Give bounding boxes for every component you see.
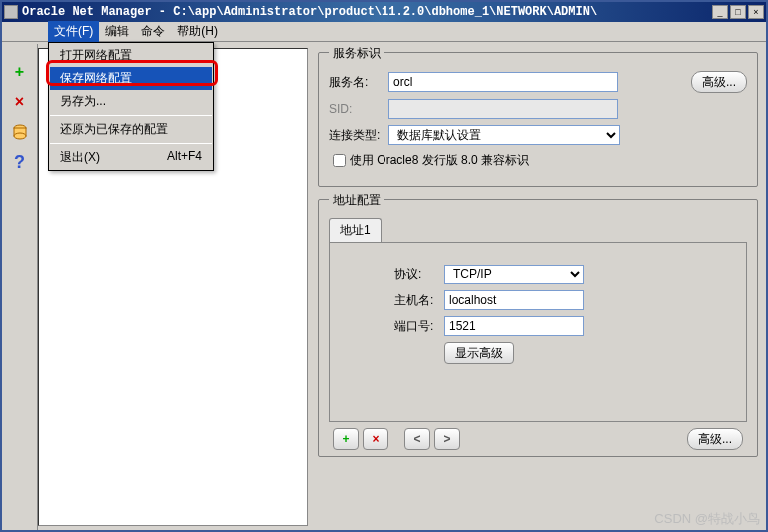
address-config-group: 地址配置 地址1 协议: TCP/IP 主机名: 端口号: [318,199,758,457]
svg-point-2 [14,133,26,139]
watermark: CSDN @特战小鸟 [654,510,760,528]
window-title: Oracle Net Manager - C:\app\Administrato… [22,5,712,19]
address-advanced-button[interactable]: 高级... [687,428,743,450]
service-name-input[interactable] [388,72,618,92]
tab-address1[interactable]: 地址1 [329,218,382,242]
conn-type-select[interactable]: 数据库默认设置 [388,125,620,145]
sid-label: SID: [329,102,388,116]
port-input[interactable] [444,316,584,336]
db-icon[interactable] [10,122,30,142]
add-address-icon[interactable]: + [333,428,359,450]
close-button[interactable]: × [748,5,764,19]
left-toolbar: + × ? [2,44,38,530]
minimize-button[interactable]: _ [712,5,728,19]
port-label: 端口号: [394,318,444,335]
address-tab-body: 协议: TCP/IP 主机名: 端口号: 显示高级 [329,243,747,422]
menuitem-open-config[interactable]: 打开网络配置 [50,44,212,67]
menu-separator [50,143,212,144]
titlebar: Oracle Net Manager - C:\app\Administrato… [2,2,766,22]
remove-address-icon[interactable]: × [363,428,388,450]
conn-type-label: 连接类型: [329,127,388,144]
oracle8-compat-checkbox[interactable] [333,154,346,167]
address-tabs: 地址1 [329,218,747,243]
menu-file[interactable]: 文件(F) [48,21,99,42]
show-advanced-button[interactable]: 显示高级 [444,342,514,364]
sid-input [388,99,618,119]
detail-pane: 服务标识 服务名: 高级... SID: 连接类型: 数据库默认设置 [312,44,766,530]
host-input[interactable] [444,290,584,310]
file-menu-dropdown: 打开网络配置 保存网络配置 另存为... 还原为已保存的配置 退出(X)Alt+… [48,42,214,171]
maximize-button[interactable]: □ [730,5,746,19]
host-label: 主机名: [394,292,444,309]
app-icon [4,5,18,19]
oracle8-compat-label: 使用 Oracle8 发行版 8.0 兼容标识 [350,152,529,169]
menuitem-revert[interactable]: 还原为已保存的配置 [50,118,212,141]
menu-help[interactable]: 帮助(H) [171,21,224,42]
menubar: 文件(F) 编辑 命令 帮助(H) [2,22,766,42]
delete-icon[interactable]: × [10,92,30,112]
menu-edit[interactable]: 编辑 [99,21,135,42]
menuitem-save-config[interactable]: 保存网络配置 [50,67,212,90]
advanced-button[interactable]: 高级... [691,71,747,93]
protocol-select[interactable]: TCP/IP [444,265,584,284]
add-icon[interactable]: + [10,62,30,82]
service-name-label: 服务名: [329,74,388,91]
menu-command[interactable]: 命令 [135,21,171,42]
help-icon[interactable]: ? [10,152,30,172]
menuitem-save-as[interactable]: 另存为... [50,90,212,113]
menu-separator [50,115,212,116]
service-id-group: 服务标识 服务名: 高级... SID: 连接类型: 数据库默认设置 [318,52,758,187]
prev-address-icon[interactable]: < [404,428,430,450]
address-config-title: 地址配置 [329,192,384,209]
next-address-icon[interactable]: > [434,428,460,450]
protocol-label: 协议: [394,266,444,283]
menuitem-exit[interactable]: 退出(X)Alt+F4 [50,146,212,169]
service-id-title: 服务标识 [329,45,384,62]
